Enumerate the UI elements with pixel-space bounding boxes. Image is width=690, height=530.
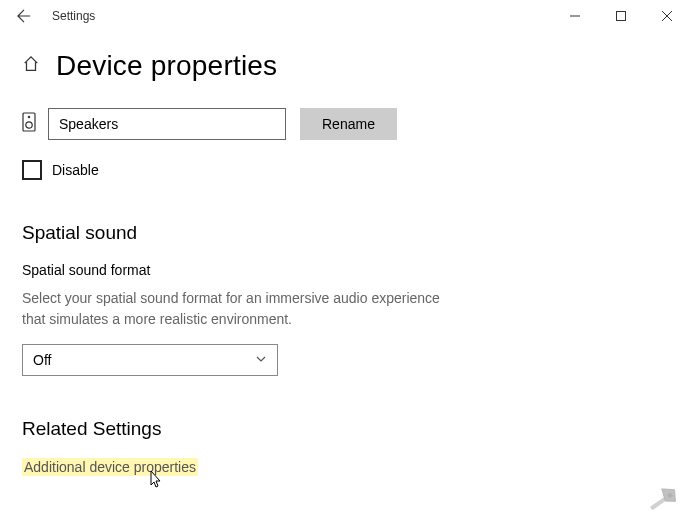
speaker-icon — [22, 112, 38, 136]
chevron-down-icon — [255, 353, 267, 367]
back-arrow-icon — [17, 9, 31, 23]
svg-point-5 — [28, 116, 30, 118]
device-name-input[interactable] — [48, 108, 286, 140]
related-heading: Related Settings — [22, 418, 668, 440]
spatial-format-label: Spatial sound format — [22, 262, 668, 278]
device-name-row: Rename — [22, 108, 668, 140]
back-button[interactable] — [8, 0, 40, 32]
page-title: Device properties — [56, 50, 277, 82]
svg-point-6 — [26, 122, 32, 128]
additional-device-properties-link[interactable]: Additional device properties — [22, 458, 198, 476]
minimize-button[interactable] — [552, 0, 598, 32]
maximize-icon — [616, 11, 626, 21]
spatial-heading: Spatial sound — [22, 222, 668, 244]
disable-label: Disable — [52, 162, 99, 178]
disable-checkbox[interactable] — [22, 160, 42, 180]
home-icon[interactable] — [22, 55, 40, 77]
maximize-button[interactable] — [598, 0, 644, 32]
minimize-icon — [570, 11, 580, 21]
disable-checkbox-row[interactable]: Disable — [22, 160, 668, 180]
window-controls — [552, 0, 690, 32]
spatial-format-dropdown[interactable]: Off — [22, 344, 278, 376]
app-title: Settings — [52, 9, 95, 23]
titlebar: Settings — [0, 0, 690, 32]
watermark-icon — [634, 470, 682, 522]
spatial-format-value: Off — [33, 352, 51, 368]
svg-rect-1 — [617, 12, 626, 21]
rename-button[interactable]: Rename — [300, 108, 397, 140]
close-icon — [662, 11, 672, 21]
close-button[interactable] — [644, 0, 690, 32]
spatial-help-text: Select your spatial sound format for an … — [22, 288, 452, 330]
content: Device properties Rename Disable Spatial… — [0, 32, 690, 476]
page-header: Device properties — [22, 50, 668, 82]
